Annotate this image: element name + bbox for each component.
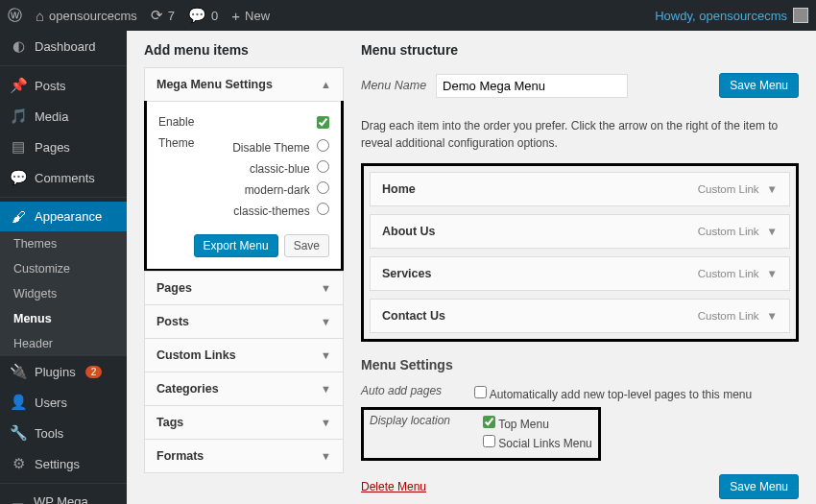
menu-name-label: Menu Name: [361, 79, 426, 92]
sidebar-item-media[interactable]: 🎵Media: [0, 101, 127, 132]
comment-icon: 💬: [188, 7, 206, 24]
acc-posts[interactable]: Posts▼: [144, 304, 344, 339]
display-location-label: Display location: [370, 414, 466, 427]
enable-label: Enable: [158, 115, 194, 129]
menu-item[interactable]: Contact Us Custom Link▼: [370, 299, 790, 333]
chevron-down-icon: ▼: [767, 268, 778, 279]
comments-icon: 💬: [10, 169, 27, 186]
sidebar-sub-themes[interactable]: Themes: [0, 231, 127, 256]
chevron-up-icon: ▲: [321, 79, 331, 90]
sidebar-sub-widgets[interactable]: Widgets: [0, 281, 127, 306]
social-menu-checkbox[interactable]: [483, 435, 495, 447]
brush-icon: 🖌: [10, 208, 27, 225]
sidebar-item-pages[interactable]: ▤Pages: [0, 132, 127, 162]
user-greeting[interactable]: Howdy, opensourcecms: [655, 8, 808, 23]
acc-custom-links[interactable]: Custom Links▼: [144, 338, 344, 372]
chevron-down-icon: ▼: [321, 417, 331, 428]
wordpress-icon: ⓦ: [8, 7, 22, 25]
plus-icon: +: [231, 8, 240, 24]
sidebar-item-users[interactable]: 👤Users: [0, 387, 127, 418]
sidebar-sub-customize[interactable]: Customize: [0, 256, 127, 281]
mega-settings-body: Enable Theme Disable Theme classic-blue …: [144, 101, 344, 272]
theme-radio-disable[interactable]: [317, 139, 329, 152]
enable-checkbox[interactable]: [317, 116, 329, 129]
comments-count[interactable]: 💬0: [188, 7, 218, 24]
refresh-count[interactable]: ⟳7: [151, 7, 175, 24]
admin-sidebar: ◐Dashboard 📌Posts 🎵Media ▤Pages 💬Comment…: [0, 31, 127, 504]
help-text: Drag each item into the order you prefer…: [361, 117, 799, 152]
plugins-badge: 2: [85, 366, 103, 378]
menu-name-input[interactable]: [436, 74, 628, 98]
pin-icon: 📌: [10, 77, 27, 94]
theme-radio-dark[interactable]: [317, 181, 329, 194]
save-button[interactable]: Save: [284, 234, 329, 257]
top-menu-checkbox[interactable]: [483, 416, 495, 428]
media-icon: 🎵: [10, 108, 27, 125]
menu-structure-title: Menu structure: [361, 42, 799, 58]
delete-menu-link[interactable]: Delete Menu: [361, 480, 426, 493]
chevron-down-icon: ▼: [767, 226, 778, 237]
save-menu-button[interactable]: Save Menu: [719, 73, 799, 98]
acc-tags[interactable]: Tags▼: [144, 405, 344, 440]
avatar-icon: [793, 8, 808, 23]
menu-icon: ☰: [10, 500, 26, 504]
refresh-icon: ⟳: [151, 7, 163, 24]
user-icon: 👤: [10, 394, 27, 411]
sidebar-item-settings[interactable]: ⚙Settings: [0, 448, 127, 479]
dashboard-icon: ◐: [10, 37, 27, 55]
menu-settings-title: Menu Settings: [361, 357, 799, 372]
admin-bar: ⓦ ⌂opensourcecms ⟳7 💬0 +New Howdy, opens…: [0, 0, 816, 31]
acc-pages[interactable]: Pages▼: [144, 271, 344, 305]
plug-icon: 🔌: [10, 363, 27, 380]
site-name[interactable]: ⌂opensourcecms: [36, 8, 137, 24]
menu-item[interactable]: Home Custom Link▼: [370, 172, 790, 206]
home-icon: ⌂: [36, 8, 44, 24]
sidebar-item-dashboard[interactable]: ◐Dashboard: [0, 31, 127, 61]
save-menu-button-bottom[interactable]: Save Menu: [719, 474, 799, 499]
auto-add-checkbox[interactable]: [474, 386, 487, 398]
auto-add-label: Auto add pages: [361, 384, 457, 397]
add-items-title: Add menu items: [144, 42, 344, 58]
sidebar-item-posts[interactable]: 📌Posts: [0, 70, 127, 101]
export-menu-button[interactable]: Export Menu: [194, 234, 278, 257]
menu-item[interactable]: About Us Custom Link▼: [370, 214, 790, 249]
sidebar-item-tools[interactable]: 🔧Tools: [0, 418, 127, 448]
display-location-box: Display location Top Menu Social Links M…: [361, 407, 601, 461]
chevron-down-icon: ▼: [321, 383, 331, 395]
acc-mega-settings: Mega Menu Settings ▲: [144, 67, 344, 102]
chevron-down-icon: ▼: [321, 450, 331, 462]
chevron-down-icon: ▼: [767, 183, 778, 195]
sidebar-item-appearance[interactable]: 🖌Appearance: [0, 202, 127, 231]
theme-radio-classic[interactable]: [317, 203, 329, 215]
sidebar-item-wpmega[interactable]: ☰WP Mega Menu: [0, 488, 127, 504]
page-icon: ▤: [10, 138, 27, 156]
wp-logo[interactable]: ⓦ: [8, 7, 22, 25]
wrench-icon: 🔧: [10, 424, 27, 442]
sidebar-sub-header[interactable]: Header: [0, 331, 127, 356]
chevron-down-icon: ▼: [321, 282, 331, 294]
gear-icon: ⚙: [10, 455, 27, 472]
acc-categories[interactable]: Categories▼: [144, 372, 344, 406]
menu-item[interactable]: Services Custom Link▼: [370, 256, 790, 291]
theme-label: Theme: [158, 136, 194, 150]
chevron-down-icon: ▼: [321, 316, 331, 327]
sidebar-item-comments[interactable]: 💬Comments: [0, 162, 127, 193]
new-content[interactable]: +New: [231, 8, 270, 24]
acc-mega-head[interactable]: Mega Menu Settings ▲: [145, 68, 343, 101]
chevron-down-icon: ▼: [767, 310, 778, 322]
site-name-label: opensourcecms: [49, 9, 137, 23]
acc-formats[interactable]: Formats▼: [144, 439, 344, 473]
sidebar-sub-menus[interactable]: Menus: [0, 306, 127, 331]
chevron-down-icon: ▼: [321, 349, 331, 361]
menu-items-box: Home Custom Link▼ About Us Custom Link▼ …: [361, 163, 799, 342]
theme-radio-blue[interactable]: [317, 160, 329, 173]
sidebar-item-plugins[interactable]: 🔌Plugins2: [0, 356, 127, 387]
